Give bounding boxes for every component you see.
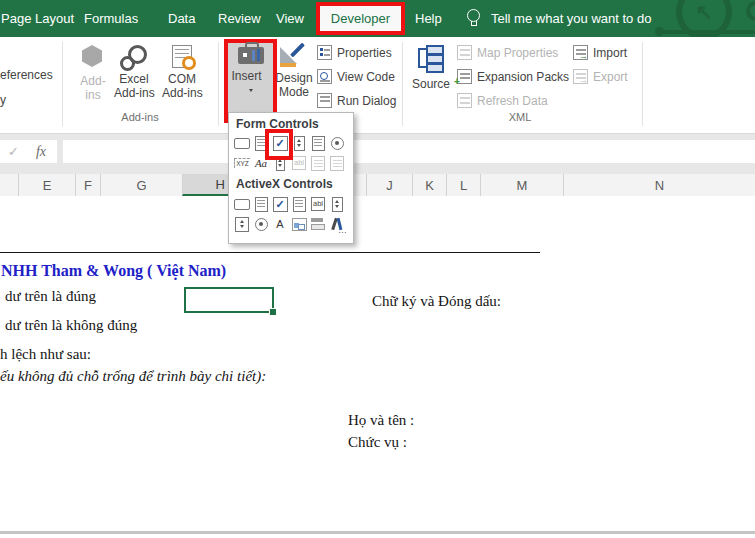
enter-check-icon[interactable]: ✓ <box>8 144 19 159</box>
company-title: NHH Tham & Wong ( Việt Nam) <box>1 262 226 280</box>
gears-icon <box>114 45 154 69</box>
form-spin-icon[interactable] <box>291 135 307 151</box>
column-header-h-selected[interactable]: H <box>182 174 230 196</box>
note-text: ếu không đủ chỗ trống để trình bày chi t… <box>0 368 266 385</box>
activex-checkbox-icon[interactable]: ✓ <box>272 196 288 212</box>
form-label-icon[interactable]: XYZ <box>234 155 250 171</box>
column-header-j[interactable]: J <box>366 174 412 196</box>
group-divider <box>62 42 63 126</box>
column-header-f[interactable]: F <box>75 174 100 196</box>
activex-option-icon[interactable] <box>253 216 269 232</box>
group-divider <box>402 42 403 126</box>
form-scrollbar-icon[interactable] <box>272 155 288 171</box>
column-header-l[interactable]: L <box>446 174 480 196</box>
com-addins-icon <box>172 45 192 68</box>
map-properties-icon <box>457 45 472 60</box>
ribbon-tab-bar: Page Layout Formulas Data Review View De… <box>0 0 755 37</box>
group-divider <box>642 42 643 126</box>
difference-text: h lệch như sau: <box>0 346 91 363</box>
properties-button[interactable]: Properties <box>317 45 392 60</box>
expansion-packs-icon: + <box>457 69 472 84</box>
formula-bar-input[interactable] <box>63 140 755 163</box>
activex-spin-icon[interactable] <box>329 196 345 212</box>
tab-developer-highlight[interactable]: Developer <box>316 2 405 35</box>
column-header-g[interactable]: G <box>100 174 182 196</box>
activex-toggle-icon[interactable] <box>310 216 326 232</box>
clipped-relative-references-label: eferences <box>0 68 53 82</box>
insert-toolbox-icon <box>238 47 264 64</box>
activex-textbox-icon[interactable]: abl <box>310 196 326 212</box>
activex-image-icon[interactable] <box>291 216 307 232</box>
refresh-data-icon <box>457 93 472 108</box>
column-header-n[interactable]: N <box>563 174 755 196</box>
activex-listbox-icon[interactable] <box>253 196 269 212</box>
column-header-m[interactable]: M <box>480 174 563 196</box>
form-combolist-icon <box>329 155 345 171</box>
activex-controls-header: ActiveX Controls <box>236 177 333 191</box>
form-option-icon[interactable] <box>329 135 345 151</box>
activex-combobox-icon[interactable] <box>291 196 307 212</box>
source-icon <box>418 45 442 71</box>
refresh-data-button: Refresh Data <box>457 93 548 108</box>
expansion-packs-button[interactable]: + Expansion Packs <box>457 69 569 84</box>
run-dialog-button[interactable]: Run Dialog <box>317 93 396 108</box>
page-bottom-edge <box>0 531 755 534</box>
watermark-arrow-icon: ↖ <box>676 0 732 40</box>
activex-scrollbar-icon[interactable] <box>234 216 250 232</box>
form-listbox-icon[interactable] <box>310 135 326 151</box>
insert-controls-dropdown: Form Controls ✓ XYZ Aa abl ActiveX Contr… <box>228 112 354 244</box>
form-text-icon[interactable]: Aa <box>253 155 269 171</box>
worksheet-area: NHH Tham & Wong ( Việt Nam) dư trên là đ… <box>0 196 755 538</box>
tab-view[interactable]: View <box>276 0 304 37</box>
tab-page-layout[interactable]: Page Layout <box>1 0 74 37</box>
tell-me-box[interactable]: Tell me what you want to do <box>491 0 651 37</box>
properties-icon <box>317 45 332 60</box>
form-checkbox-icon[interactable]: ✓ <box>272 135 288 151</box>
excel-addins-button[interactable]: Excel Add-ins <box>114 45 154 100</box>
export-icon: → <box>573 69 588 84</box>
insert-button-highlight[interactable]: Insert <box>224 39 277 123</box>
form-textfield-icon: abl <box>291 155 307 171</box>
insert-dropdown-arrow <box>249 89 253 92</box>
view-code-icon <box>317 69 332 84</box>
xml-group-label: XML <box>500 111 540 123</box>
clipped-macro-security-label: y <box>0 93 6 107</box>
watermark-arc <box>746 1 755 21</box>
tab-review[interactable]: Review <box>218 0 261 37</box>
fx-icon[interactable]: fx <box>36 144 46 160</box>
insert-label: Insert <box>228 69 265 83</box>
tab-help[interactable]: Help <box>415 0 442 37</box>
com-addins-button[interactable]: COM Add-ins <box>162 45 202 100</box>
source-button[interactable]: Source <box>410 45 452 91</box>
formula-bar-strip: ✓ fx <box>0 133 755 175</box>
activex-commandbutton-icon[interactable] <box>234 196 250 212</box>
tab-formulas[interactable]: Formulas <box>84 0 138 37</box>
view-code-button[interactable]: View Code <box>317 69 395 84</box>
form-button-icon[interactable] <box>234 135 250 151</box>
group-divider <box>218 42 219 126</box>
import-icon: → <box>573 45 588 60</box>
formula-controls: ✓ fx <box>0 140 57 163</box>
tab-data[interactable]: Data <box>168 0 195 37</box>
fill-handle[interactable] <box>269 308 277 316</box>
map-properties-button: Map Properties <box>457 45 558 60</box>
addins-group-label: Add-ins <box>120 111 160 123</box>
form-controls-row-2: XYZ Aa abl <box>234 154 345 172</box>
activex-more-controls-icon[interactable]: … <box>329 216 345 232</box>
watermark-line <box>662 30 755 34</box>
excel-window: Page Layout Formulas Data Review View De… <box>0 0 755 538</box>
form-controls-header: Form Controls <box>236 117 319 131</box>
import-button[interactable]: → Import <box>573 45 627 60</box>
column-header-e[interactable]: E <box>18 174 75 196</box>
document-rule-line <box>0 252 540 253</box>
selected-cell[interactable] <box>184 287 274 313</box>
activex-controls-row-1: ✓ abl <box>234 195 345 213</box>
full-name-label: Họ và tên : <box>348 412 414 429</box>
design-mode-button[interactable]: Design Mode <box>272 45 316 99</box>
confirm-incorrect-text: dư trên là không đúng <box>5 317 137 334</box>
tab-developer-label: Developer <box>331 11 390 26</box>
column-header-k[interactable]: K <box>412 174 446 196</box>
form-combo-icon[interactable] <box>253 135 269 151</box>
activex-label-icon[interactable]: A <box>272 216 288 232</box>
addins-button: Add- ins <box>80 45 106 102</box>
